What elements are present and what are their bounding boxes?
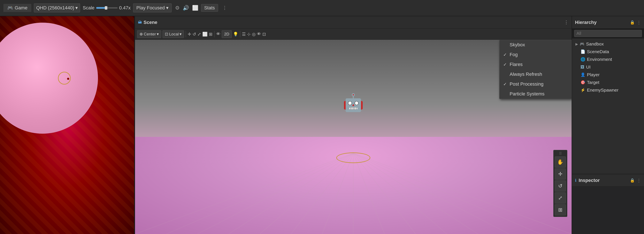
- menu-item-post-processing[interactable]: ✓ Post Processing: [500, 79, 572, 89]
- transform-icon: ⊞: [558, 207, 562, 213]
- item-icon: 📄: [580, 49, 585, 54]
- right-panels: Hierarchy 🔒 ⋮ ▶ 🎮 Sandbox 📄 SceneData �: [572, 16, 644, 234]
- game-canvas: [0, 16, 134, 234]
- move-tool-button[interactable]: ✛: [555, 168, 566, 180]
- scale-value: 0.47x: [119, 5, 131, 11]
- item-label: EnemySpawner: [587, 87, 618, 93]
- aspect-icon[interactable]: ⬜: [192, 5, 198, 11]
- game-tab-label: Game: [15, 5, 28, 11]
- always-refresh-label: Always Refresh: [510, 71, 542, 77]
- play-focused-button[interactable]: Play Focused ▾: [133, 4, 172, 12]
- gizmo-icon[interactable]: ⊹: [247, 32, 251, 37]
- rotate-tool-icon[interactable]: ↺: [192, 32, 196, 37]
- scene-grid: [135, 133, 572, 234]
- list-item[interactable]: ▶ 🎮 Sandbox: [572, 40, 644, 48]
- center-label: Center: [144, 32, 156, 37]
- menu-item-always-refresh[interactable]: Always Refresh: [500, 69, 572, 79]
- list-item[interactable]: ⚡ EnemySpawner: [572, 86, 644, 94]
- hierarchy-search-bar: [572, 29, 644, 38]
- post-processing-check-icon: ✓: [503, 82, 508, 87]
- inspector-header: ℹ Inspector 🔒 ⋮: [572, 174, 644, 187]
- hand-icon: ✋: [557, 159, 564, 165]
- stats-label: Stats: [204, 5, 215, 11]
- list-item[interactable]: 📄 SceneData: [572, 48, 644, 56]
- tool-panel-grip[interactable]: ⠿: [555, 151, 566, 156]
- inspector-panel: ℹ Inspector 🔒 ⋮: [572, 174, 644, 234]
- scene-more-icon[interactable]: ⋮: [564, 20, 568, 25]
- scene-view: 🏔 Scene ⋮ ⊕ Center ▾ ⊡ Local ▾ ✛ ↺ ⤢ ⬜ ⊞…: [135, 16, 572, 234]
- menu-item-particle-systems[interactable]: Particle Systems: [500, 89, 572, 99]
- scale-tool-button[interactable]: ⤢: [555, 192, 566, 203]
- visibility-icon2[interactable]: 👁: [257, 32, 261, 37]
- scale-slider[interactable]: [96, 7, 118, 9]
- item-label: UI: [586, 64, 590, 70]
- transform-tool-icon[interactable]: ⊞: [209, 32, 212, 37]
- scene-dropdown-menu: Skybox ✓ Fog ✓ Flares Always Refresh ✓ P…: [499, 40, 572, 99]
- list-item[interactable]: 🖼 UI: [572, 63, 644, 71]
- fog-label: Fog: [510, 52, 518, 57]
- settings-icon[interactable]: ⚙: [175, 5, 180, 11]
- menu-item-fog[interactable]: ✓ Fog: [500, 50, 572, 60]
- lighting-icon[interactable]: 💡: [233, 32, 238, 37]
- chevron-down-icon: ▾: [166, 5, 168, 11]
- flares-check-icon: ✓: [503, 62, 508, 67]
- display-dropdown[interactable]: QHD (2560x1440) ▾: [34, 4, 80, 12]
- item-icon: ⚡: [580, 88, 585, 92]
- toolbar-separator: [186, 31, 186, 37]
- local-dropdown[interactable]: ⊡ Local ▾: [162, 30, 184, 38]
- hierarchy-lock-icon[interactable]: 🔒: [630, 20, 635, 25]
- scene-second-toolbar: ⊕ Center ▾ ⊡ Local ▾ ✛ ↺ ⤢ ⬜ ⊞ 👁 2D 💡 ☰: [135, 29, 572, 40]
- hierarchy-panel: Hierarchy 🔒 ⋮ ▶ 🎮 Sandbox 📄 SceneData �: [572, 16, 644, 174]
- transform-tool-button[interactable]: ⊞: [555, 204, 566, 215]
- post-processing-label: Post Processing: [510, 81, 544, 87]
- hand-tool-button[interactable]: ✋: [555, 157, 566, 168]
- menu-item-skybox[interactable]: Skybox: [500, 40, 572, 50]
- list-item[interactable]: 🎯 Target: [572, 79, 644, 86]
- center-dropdown[interactable]: ⊕ Center ▾: [137, 30, 161, 38]
- main-area: 🏔 Scene ⋮ ⊕ Center ▾ ⊡ Local ▾ ✛ ↺ ⤢ ⬜ ⊞…: [0, 16, 644, 234]
- item-label: Sandbox: [586, 41, 604, 47]
- visibility-toggle-icon[interactable]: ◎: [252, 32, 256, 37]
- hierarchy-search-input[interactable]: [574, 30, 642, 37]
- more-options-icon[interactable]: ⋮: [222, 5, 227, 11]
- local-chevron-icon: ▾: [180, 32, 182, 37]
- rotate-tool-button[interactable]: ↺: [555, 180, 566, 191]
- item-icon: 🎮: [580, 42, 584, 46]
- game-tab-icon: 🎮: [7, 5, 13, 11]
- local-label: Local: [169, 32, 179, 37]
- scale-tool-icon[interactable]: ⤢: [198, 32, 201, 37]
- extra-icon[interactable]: ⊡: [262, 32, 266, 37]
- list-item[interactable]: 👤 Player: [572, 71, 644, 79]
- hierarchy-header: Hierarchy 🔒 ⋮: [572, 16, 644, 29]
- game-character: [63, 73, 74, 84]
- arrow-icon: ▶: [576, 42, 578, 46]
- skybox-label: Skybox: [510, 42, 525, 48]
- game-tab[interactable]: 🎮 Game: [4, 4, 31, 12]
- hierarchy-more-icon[interactable]: ⋮: [637, 20, 641, 25]
- move-tool-icon[interactable]: ✛: [188, 32, 191, 37]
- scene-canvas: 🤖 Skybox ✓ Fog ✓ Flares: [135, 40, 572, 234]
- hierarchy-list: ▶ 🎮 Sandbox 📄 SceneData 🌐 Environment 🖼 …: [572, 38, 644, 174]
- menu-item-flares[interactable]: ✓ Flares: [500, 60, 572, 69]
- mute-icon[interactable]: 🔊: [183, 5, 189, 11]
- scene-character: 🤖: [343, 94, 364, 111]
- list-item[interactable]: 🌐 Environment: [572, 56, 644, 63]
- inspector-more-icon[interactable]: ⋮: [637, 178, 641, 183]
- 2d-button[interactable]: 2D: [222, 30, 232, 38]
- rotate-icon: ↺: [558, 183, 562, 189]
- rect-tool-icon[interactable]: ⬜: [202, 32, 208, 37]
- inspector-lock-icon[interactable]: 🔒: [630, 178, 635, 183]
- move-icon: ✛: [558, 171, 562, 177]
- hierarchy-title: Hierarchy: [575, 20, 628, 25]
- stats-button[interactable]: Stats: [201, 4, 218, 12]
- center-chevron-icon: ▾: [157, 32, 159, 37]
- scale-control: Scale 0.47x: [83, 5, 130, 11]
- layers-icon[interactable]: ☰: [242, 32, 246, 37]
- view-tool-icon[interactable]: 👁: [216, 32, 220, 37]
- item-label: Player: [587, 72, 600, 77]
- toolbar-separator3: [240, 31, 240, 37]
- item-label: Environment: [587, 57, 612, 62]
- game-toolbar-icons: ⚙ 🔊 ⬜: [175, 5, 198, 11]
- 2d-label: 2D: [224, 32, 229, 37]
- scale-label: Scale: [83, 5, 94, 11]
